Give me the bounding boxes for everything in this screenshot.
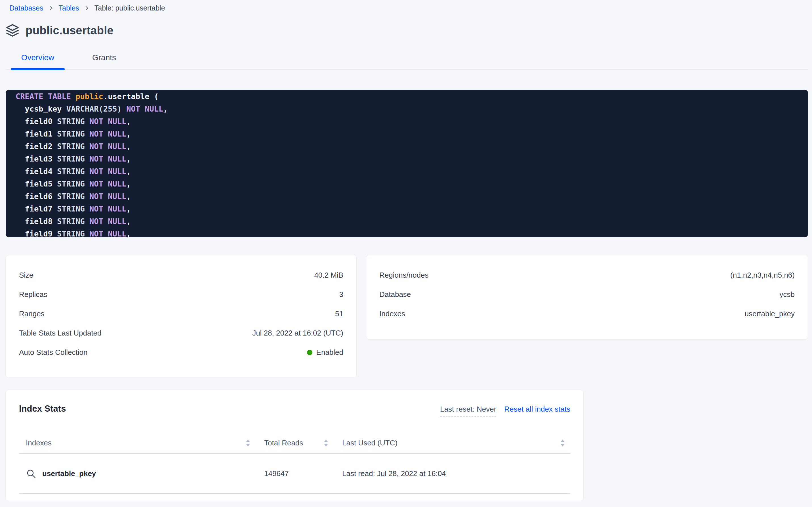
detail-label: Auto Stats Collection (19, 348, 87, 357)
sql-line: ycsb_key VARCHAR(255) NOT NULL, (16, 103, 808, 115)
sql-token: field2 (16, 142, 57, 151)
detail-row-database: Database ycsb (379, 285, 795, 304)
sql-token: STRING (57, 117, 85, 126)
sql-token: field4 (16, 167, 57, 176)
detail-row-stats-updated: Table Stats Last Updated Jul 28, 2022 at… (19, 323, 343, 343)
detail-cards: Size 40.2 MiB Replicas 3 Ranges 51 Table… (6, 255, 808, 378)
sql-token: NOT NULL (85, 205, 126, 213)
detail-label: Ranges (19, 309, 45, 318)
sql-line: field7 STRING NOT NULL, (16, 203, 808, 215)
sql-token: NOT NULL (85, 229, 126, 237)
detail-value: (n1,n2,n3,n4,n5,n6) (730, 271, 795, 280)
detail-row-ranges: Ranges 51 (19, 304, 343, 323)
sql-token: NOT NULL (85, 117, 126, 126)
detail-row-replicas: Replicas 3 (19, 285, 343, 304)
sort-icon[interactable] (561, 439, 565, 447)
sql-token: , (126, 117, 131, 126)
detail-label: Size (19, 271, 34, 280)
detail-row-size: Size 40.2 MiB (19, 266, 343, 285)
table-meta-card: Regions/nodes (n1,n2,n3,n4,n5,n6) Databa… (366, 255, 808, 340)
detail-row-regions: Regions/nodes (n1,n2,n3,n4,n5,n6) (379, 266, 795, 285)
sql-token: NOT NULL (85, 142, 126, 151)
reset-index-stats-link[interactable]: Reset all index stats (504, 405, 570, 413)
column-header-last-used[interactable]: Last Used (UTC) (335, 439, 570, 447)
sql-token: STRING (57, 217, 85, 226)
tab-overview[interactable]: Overview (11, 51, 65, 69)
sql-token: STRING (57, 142, 85, 151)
detail-label: Replicas (19, 290, 47, 299)
sql-token: ycsb_key (16, 105, 66, 113)
sql-token: VARCHAR(255) (66, 105, 122, 113)
column-header-total-reads[interactable]: Total Reads (257, 439, 335, 447)
detail-row-indexes: Indexes usertable_pkey (379, 304, 795, 323)
sql-line: field0 STRING NOT NULL, (16, 115, 808, 128)
index-stats-actions: Last reset: Never Reset all index stats (440, 405, 570, 416)
detail-label: Database (379, 290, 411, 299)
sql-token: NOT NULL (85, 167, 126, 176)
sql-token: field1 (16, 129, 57, 138)
chevron-right-icon (48, 5, 54, 11)
sql-token: , (163, 105, 168, 113)
sql-token: NOT NULL (85, 192, 126, 201)
sql-code[interactable]: CREATE TABLE public.usertable ( ycsb_key… (6, 90, 808, 237)
detail-row-auto-stats: Auto Stats Collection Enabled (19, 343, 343, 362)
sql-token: , (126, 179, 131, 188)
detail-value: 3 (339, 290, 343, 299)
sql-line: field8 STRING NOT NULL, (16, 215, 808, 228)
sql-token: field9 (16, 229, 57, 237)
sql-token: STRING (57, 129, 85, 138)
table-details-card: Size 40.2 MiB Replicas 3 Ranges 51 Table… (6, 255, 357, 378)
sort-icon[interactable] (324, 439, 328, 447)
column-label: Total Reads (257, 439, 303, 447)
tab-bar: Overview Grants (6, 51, 808, 69)
status-dot-green (307, 350, 312, 355)
detail-value: ycsb (779, 290, 795, 299)
detail-value: Jul 28, 2022 at 16:02 (UTC) (252, 329, 343, 338)
sql-token: , (126, 129, 131, 138)
index-name: usertable_pkey (42, 469, 96, 478)
sql-token: field7 (16, 205, 57, 213)
sql-line: field5 STRING NOT NULL, (16, 178, 808, 190)
sql-token: field0 (16, 117, 57, 126)
sql-line: field6 STRING NOT NULL, (16, 190, 808, 203)
index-link[interactable]: usertable_pkey (19, 469, 96, 478)
sql-token: , (126, 192, 131, 201)
sql-token: STRING (57, 205, 85, 213)
detail-label: Regions/nodes (379, 271, 428, 280)
sql-token: NOT NULL (85, 217, 126, 226)
sql-token: .usertable ( (103, 92, 159, 101)
sql-token: , (126, 142, 131, 151)
last-used-value: Last read: Jul 28, 2022 at 16:04 (335, 469, 446, 478)
tab-grants[interactable]: Grants (77, 51, 131, 69)
sql-line: field4 STRING NOT NULL, (16, 165, 808, 178)
page-title: public.usertable (25, 24, 114, 37)
breadcrumb-current: Table: public.usertable (95, 4, 165, 12)
total-reads-value: 149647 (257, 469, 289, 478)
column-header-indexes[interactable]: Indexes (19, 439, 257, 447)
sort-icon[interactable] (246, 439, 250, 447)
chevron-right-icon (84, 5, 90, 11)
index-stats-header: Index Stats Last reset: Never Reset all … (19, 404, 570, 416)
sql-token: NOT NULL (85, 179, 126, 188)
sql-token: field6 (16, 192, 57, 201)
sql-token: field3 (16, 155, 57, 163)
index-cell-last-used: Last read: Jul 28, 2022 at 16:04 (335, 469, 570, 478)
detail-label: Table Stats Last Updated (19, 329, 102, 338)
page: Databases Tables Table: public.usertable… (0, 0, 812, 501)
column-label: Indexes (19, 439, 52, 447)
status-text: Enabled (316, 348, 343, 357)
index-cell-name: usertable_pkey (19, 469, 257, 478)
breadcrumb-link-databases[interactable]: Databases (9, 4, 44, 12)
sql-line: field9 STRING NOT NULL, (16, 228, 808, 237)
index-cell-total-reads: 149647 (257, 469, 335, 478)
sql-token: field5 (16, 179, 57, 188)
sql-token: , (126, 205, 131, 213)
page-title-row: public.usertable (6, 23, 808, 37)
breadcrumb-link-tables[interactable]: Tables (59, 4, 79, 12)
sql-token: NOT NULL (85, 155, 126, 163)
status-badge: Enabled (307, 348, 343, 357)
detail-label: Indexes (379, 309, 405, 318)
sql-line: field3 STRING NOT NULL, (16, 153, 808, 165)
sql-token: STRING (57, 167, 85, 176)
last-reset-label: Last reset: Never (440, 405, 496, 416)
